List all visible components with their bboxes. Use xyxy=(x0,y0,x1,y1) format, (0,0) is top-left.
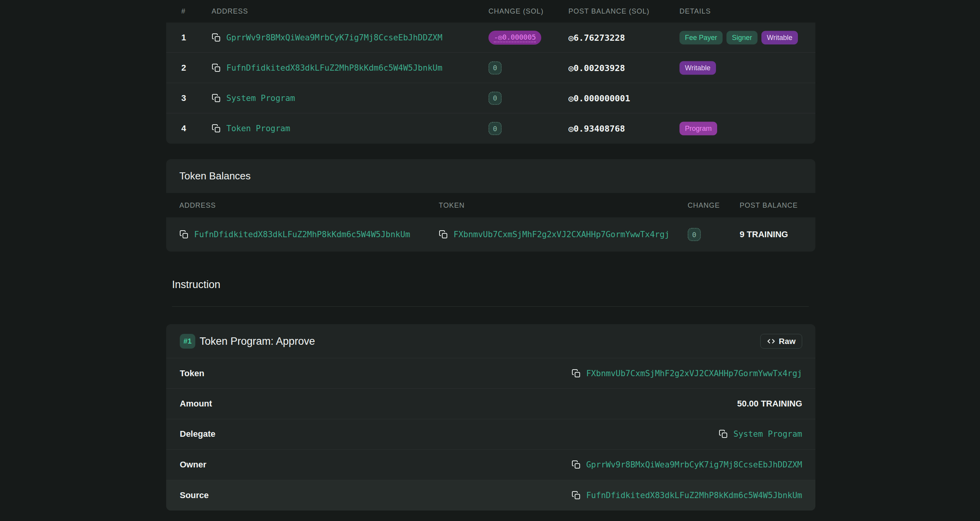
copy-icon[interactable] xyxy=(572,460,581,469)
code-icon xyxy=(767,337,775,346)
accounts-table: # Address Change (SOL) Post Balance (SOL… xyxy=(166,0,815,144)
instruction-index-badge: #1 xyxy=(180,334,195,349)
raw-button[interactable]: Raw xyxy=(760,334,802,349)
change-badge: 0 xyxy=(488,92,502,105)
copy-icon[interactable] xyxy=(719,429,728,439)
change-badge: 0 xyxy=(488,122,502,135)
post-balance: ◎0.93408768 xyxy=(568,124,625,134)
source-address-link[interactable]: FufnDfidkitedX83dkLFuZ2MhP8kKdm6c5W4W5Jb… xyxy=(586,491,802,500)
table-row: 2 FufnDfidkitedX83dkLFuZ2MhP8kKdm6c5W4W5… xyxy=(166,53,815,83)
account-address-link[interactable]: Token Program xyxy=(226,124,290,133)
token-post-balance: 9 TRAINING xyxy=(740,229,788,240)
post-balance: ◎0.00203928 xyxy=(568,63,625,73)
col-header-details: Details xyxy=(679,7,711,16)
writable-badge: Writable xyxy=(761,31,798,44)
divider xyxy=(172,306,809,307)
token-address-link[interactable]: FXbnmvUb7CxmSjMhF2g2xVJ2CXAHHp7GormYwwTx… xyxy=(586,369,802,378)
writable-badge: Writable xyxy=(679,61,716,75)
signer-badge: Signer xyxy=(726,31,758,44)
token-balances-panel: Token Balances Address Token Change Post… xyxy=(166,159,815,252)
col-header-index: # xyxy=(181,7,186,16)
instruction-field-row: Token FXbnmvUb7CxmSjMhF2g2xVJ2CXAHHp7Gor… xyxy=(166,358,815,389)
table-row: 3 System Program 0 ◎0.000000001 xyxy=(166,83,815,113)
instruction-field-row: Amount 50.00 TRAINING xyxy=(166,389,815,419)
copy-icon[interactable] xyxy=(212,33,221,42)
instruction-card-header: #1 Token Program: Approve Raw xyxy=(166,324,815,358)
instruction-title: Token Program: Approve xyxy=(200,335,315,347)
col-header-address: Address xyxy=(212,7,248,16)
instruction-field-row: Source FufnDfidkitedX83dkLFuZ2MhP8kKdm6c… xyxy=(166,480,815,511)
amount-value: 50.00 TRAINING xyxy=(737,399,803,409)
change-badge: -◎0.000005 xyxy=(488,31,541,45)
instruction-card: #1 Token Program: Approve Raw Token FXbn… xyxy=(166,324,815,511)
account-address-link[interactable]: System Program xyxy=(226,94,295,103)
field-label: Token xyxy=(180,368,204,379)
token-balances-title: Token Balances xyxy=(179,170,251,182)
post-balance: ◎0.000000001 xyxy=(568,93,630,103)
field-label: Delegate xyxy=(180,429,215,439)
col-header-token: Token xyxy=(439,201,465,209)
token-account-address-link[interactable]: FufnDfidkitedX83dkLFuZ2MhP8kKdm6c5W4W5Jb… xyxy=(194,230,410,239)
table-row: 4 Token Program 0 ◎0.93408768 Program xyxy=(166,113,815,144)
change-badge: 0 xyxy=(488,61,502,75)
program-badge: Program xyxy=(679,122,717,135)
row-index: 2 xyxy=(181,63,186,73)
copy-icon[interactable] xyxy=(212,63,221,73)
fee-payer-badge: Fee Payer xyxy=(679,31,723,44)
copy-icon[interactable] xyxy=(572,369,581,378)
copy-icon[interactable] xyxy=(212,94,221,103)
table-row: 1 GprrWv9r8BMxQiWea9MrbCyK7ig7Mj8CcseEbJ… xyxy=(166,23,815,53)
instruction-field-row: Delegate System Program xyxy=(166,419,815,450)
col-header-change: Change xyxy=(688,201,720,209)
change-badge: 0 xyxy=(688,228,701,241)
row-index: 1 xyxy=(181,33,186,43)
row-index: 3 xyxy=(181,93,186,103)
field-label: Owner xyxy=(180,460,206,470)
copy-icon[interactable] xyxy=(212,124,221,133)
account-address-link[interactable]: GprrWv9r8BMxQiWea9MrbCyK7ig7Mj8CcseEbJhD… xyxy=(226,33,442,42)
accounts-table-header: # Address Change (SOL) Post Balance (SOL… xyxy=(166,0,815,23)
field-label: Amount xyxy=(180,399,212,409)
owner-address-link[interactable]: GprrWv9r8BMxQiWea9MrbCyK7ig7Mj8CcseEbJhD… xyxy=(586,460,802,469)
table-row: FufnDfidkitedX83dkLFuZ2MhP8kKdm6c5W4W5Jb… xyxy=(166,217,815,252)
copy-icon[interactable] xyxy=(572,491,581,500)
token-mint-link[interactable]: FXbnmvUb7CxmSjMhF2g2xVJ2CXAHHp7GormYwwTx… xyxy=(454,230,669,239)
col-header-address: Address xyxy=(179,201,216,209)
copy-icon[interactable] xyxy=(439,230,448,239)
col-header-change: Change (SOL) xyxy=(488,7,544,16)
instruction-field-row: Owner GprrWv9r8BMxQiWea9MrbCyK7ig7Mj8Ccs… xyxy=(166,450,815,480)
instruction-heading: Instruction xyxy=(172,279,221,291)
token-balances-header: Address Token Change Post Balance xyxy=(166,193,815,217)
row-index: 4 xyxy=(181,123,186,134)
col-header-post-balance: Post Balance (SOL) xyxy=(568,7,650,16)
post-balance: ◎6.76273228 xyxy=(568,33,625,42)
field-label: Source xyxy=(180,490,209,500)
copy-icon[interactable] xyxy=(179,230,189,239)
delegate-address-link[interactable]: System Program xyxy=(733,429,802,439)
account-address-link[interactable]: FufnDfidkitedX83dkLFuZ2MhP8kKdm6c5W4W5Jb… xyxy=(226,63,442,73)
col-header-post-balance: Post Balance xyxy=(740,201,798,209)
